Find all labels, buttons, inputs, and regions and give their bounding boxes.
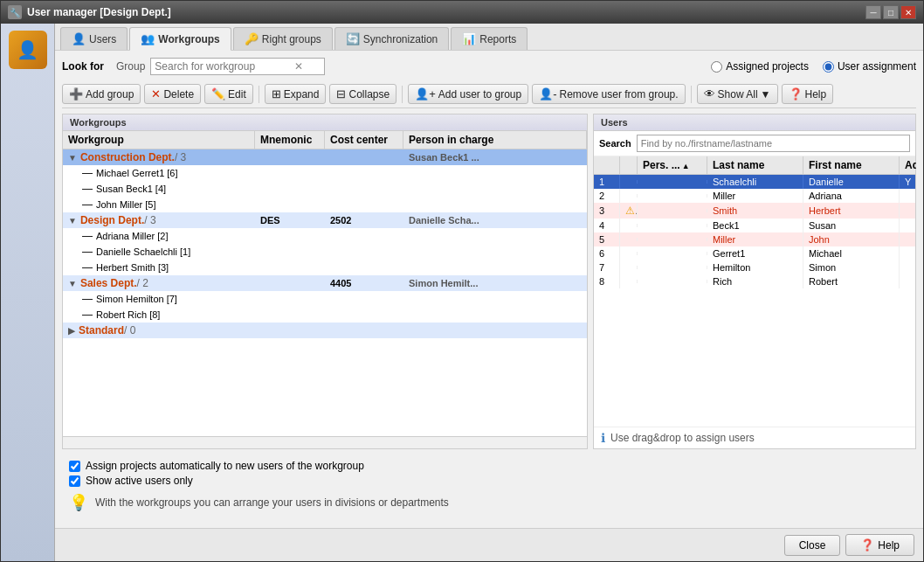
table-row[interactable]: ▶ Standard / 0: [63, 323, 587, 338]
maximize-button[interactable]: □: [883, 5, 899, 19]
workgroup-search-box[interactable]: ✕: [150, 58, 325, 75]
add-user-button[interactable]: 👤+ Add user to group: [408, 84, 528, 104]
wg-cell-mnemonic: [255, 329, 325, 332]
col-mnemonic[interactable]: Mnemonic: [255, 131, 325, 149]
col-num[interactable]: [594, 156, 620, 174]
tab-rightgroups[interactable]: 🔑 Right groups: [233, 27, 333, 50]
table-row[interactable]: —Michael Gerret1 [6]: [63, 165, 587, 181]
remove-user-button[interactable]: 👤- Remove user from group.: [532, 84, 685, 104]
workgroups-scrollbar[interactable]: [63, 436, 587, 448]
lightbulb-icon: 💡: [69, 493, 88, 512]
table-row[interactable]: 4 Beck1 Susan: [594, 219, 915, 232]
drag-info: ℹ Use drag&drop to assign users: [594, 427, 915, 448]
show-all-button[interactable]: 👁 Show All ▼: [697, 84, 778, 104]
users-search-box[interactable]: [637, 135, 910, 152]
col-lastname[interactable]: Last name: [707, 156, 803, 174]
wg-cell-costcenter: 4405: [325, 276, 403, 290]
col-pers[interactable]: Pers. ...▲: [638, 156, 707, 174]
col-admin[interactable]: Admin: [900, 156, 916, 174]
sync-tab-icon: 🔄: [346, 32, 360, 45]
close-window-button[interactable]: ✕: [900, 5, 916, 19]
delete-button[interactable]: ✕ Delete: [144, 84, 201, 104]
table-row[interactable]: 3 ⚠ Smith Herbert: [594, 203, 915, 219]
sidebar-logo: 👤: [9, 31, 47, 69]
table-row[interactable]: ▼ Design Dept. / 3 DES 2502 Danielle Sch…: [63, 212, 587, 228]
add-group-button[interactable]: ➕ Add group: [62, 84, 141, 104]
expand-label: Expand: [284, 88, 320, 101]
user-firstname: Adriana: [803, 189, 900, 203]
user-admin: Y: [900, 175, 915, 189]
panel: Look for Group ✕ Assigned projects: [55, 51, 923, 528]
delete-icon: ✕: [151, 87, 161, 101]
title-bar-left: 🔧 User manager [Design Dept.]: [8, 5, 171, 19]
hint-text: With the workgroups you can arrange your…: [95, 496, 449, 509]
tab-workgroups[interactable]: 👥 Workgroups: [129, 27, 231, 51]
tab-users[interactable]: 👤 Users: [60, 27, 128, 50]
wg-cell-person: Simon Hemilt...: [403, 276, 587, 290]
tab-reports[interactable]: 📊 Reports: [451, 27, 528, 50]
user-lastname: Rich: [707, 274, 803, 288]
user-lastname: Gerret1: [707, 246, 803, 260]
table-row[interactable]: 6 Gerret1 Michael: [594, 246, 915, 260]
table-row[interactable]: 8 Rich Robert: [594, 274, 915, 288]
eye-icon: 👁: [704, 87, 715, 101]
user-warn: [620, 252, 638, 255]
group-count: / 0: [124, 324, 135, 337]
wg-cell-member: —Herbert Smith [3]: [63, 260, 255, 275]
help-button[interactable]: ❓ Help: [782, 84, 834, 104]
lookfor-label: Look for: [62, 60, 104, 73]
col-firstname[interactable]: First name: [803, 156, 900, 174]
table-row[interactable]: ▼ Construction Dept. / 3 Susan Beck1 ...: [63, 149, 587, 165]
close-button[interactable]: Close: [784, 535, 841, 556]
table-row[interactable]: —Robert Rich [8]: [63, 307, 587, 323]
tab-synchronization[interactable]: 🔄 Synchronization: [334, 27, 449, 50]
table-row[interactable]: —Simon Hemilton [7]: [63, 291, 587, 307]
user-admin: [900, 280, 915, 283]
user-warn: [620, 266, 638, 269]
member-icon: —: [82, 293, 93, 305]
collapse-button[interactable]: ⊟ Collapse: [329, 84, 396, 104]
col-person[interactable]: Person in charge: [403, 131, 587, 149]
close-label: Close: [799, 539, 826, 552]
user-warn: ⚠: [620, 203, 638, 219]
table-row[interactable]: 5 Miller John: [594, 232, 915, 246]
user-lastname: Smith: [707, 204, 803, 218]
tree-expand-icon[interactable]: ▼: [68, 216, 77, 225]
tree-expand-icon[interactable]: ▶: [68, 326, 75, 336]
table-row[interactable]: —Adriana Miller [2]: [63, 228, 587, 244]
table-row[interactable]: —John Miller [5]: [63, 197, 587, 212]
remove-user-icon: 👤-: [539, 87, 556, 101]
workgroups-header: Workgroup Mnemonic Cost center Person in…: [63, 131, 587, 149]
col-costcenter[interactable]: Cost center: [325, 131, 403, 149]
workgroup-search-input[interactable]: [155, 60, 294, 73]
table-row[interactable]: —Susan Beck1 [4]: [63, 181, 587, 197]
table-row[interactable]: 1 Schaelchli Danielle Y: [594, 175, 915, 189]
edit-button[interactable]: ✏️ Edit: [204, 84, 253, 104]
tree-expand-icon[interactable]: ▼: [68, 153, 77, 163]
col-workgroup[interactable]: Workgroup: [63, 131, 255, 149]
radio-assigned-projects[interactable]: Assigned projects: [711, 60, 809, 73]
show-all-dropdown-icon[interactable]: ▼: [761, 88, 771, 101]
tree-expand-icon[interactable]: ▼: [68, 279, 77, 288]
search-clear-icon[interactable]: ✕: [294, 60, 303, 73]
user-admin: [900, 266, 915, 269]
table-row[interactable]: 2 Miller Adriana: [594, 189, 915, 203]
hint-row: 💡 With the workgroups you can arrange yo…: [69, 489, 909, 516]
show-all-label: Show All: [718, 88, 758, 101]
user-num: 2: [594, 189, 620, 203]
user-num: 6: [594, 246, 620, 260]
user-firstname: Simon: [803, 260, 900, 274]
table-row[interactable]: 7 Hemilton Simon: [594, 260, 915, 274]
table-row[interactable]: —Herbert Smith [3]: [63, 260, 587, 275]
auto-assign-checkbox[interactable]: [69, 461, 80, 472]
radio-user-assignment[interactable]: User assignment: [823, 60, 916, 73]
table-row[interactable]: —Danielle Schaelchli [1]: [63, 244, 587, 260]
active-users-checkbox[interactable]: [69, 475, 80, 487]
users-search-input[interactable]: [641, 138, 906, 149]
toolbar-sep3: [691, 86, 692, 103]
users-title: Users: [594, 114, 915, 131]
minimize-button[interactable]: ─: [865, 5, 881, 19]
table-row[interactable]: ▼ Sales Dept. / 2 4405 Simon Hemilt...: [63, 275, 587, 291]
help-bottom-button[interactable]: ❓ Help: [845, 534, 914, 556]
expand-button[interactable]: ⊞ Expand: [265, 84, 327, 104]
